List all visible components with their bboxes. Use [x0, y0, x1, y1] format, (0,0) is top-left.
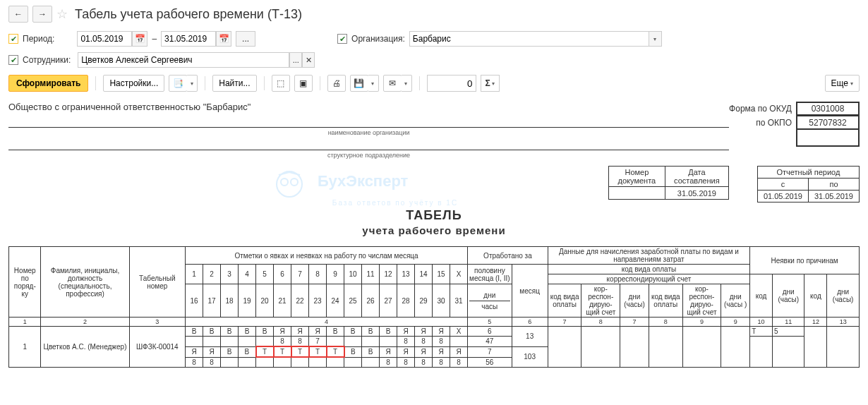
org-caption: наименование организации: [8, 129, 729, 136]
org-label: Организация:: [351, 34, 405, 44]
email-icon[interactable]: ✉: [383, 75, 402, 92]
forward-button[interactable]: →: [32, 6, 52, 23]
doc-number-table: Номер документаДата составления 31.05.20…: [608, 166, 729, 200]
favorite-star-icon[interactable]: ☆: [56, 6, 68, 22]
separator: [95, 76, 96, 90]
expand-icon[interactable]: ⬚: [272, 75, 290, 92]
generate-button[interactable]: Сформировать: [8, 75, 88, 92]
separator: [320, 76, 320, 90]
org-input[interactable]: [409, 31, 649, 47]
emp-checkbox[interactable]: ✔: [8, 55, 18, 65]
timesheet-table: Номер по поряд-ку Фамилия, инициалы, дол…: [8, 246, 860, 368]
org-checkbox[interactable]: ✔: [337, 34, 347, 44]
print-icon[interactable]: 🖨: [327, 75, 346, 92]
okud-value: 0301008: [796, 102, 860, 116]
save-dropdown-icon[interactable]: ▾: [368, 75, 379, 92]
date-to-calendar-icon[interactable]: 📅: [216, 31, 231, 47]
back-button[interactable]: ←: [8, 6, 28, 23]
period-table: Отчетный период спо 01.05.201931.05.2019: [757, 166, 860, 202]
struct-caption: структурное подразделение: [8, 152, 729, 159]
sum-input[interactable]: [427, 75, 476, 92]
date-separator: –: [152, 34, 157, 44]
email-dropdown-icon[interactable]: ▾: [401, 75, 412, 92]
save-icon[interactable]: 💾: [350, 75, 368, 92]
report-title: ТАБЕЛЬ: [8, 208, 860, 223]
org-dropdown-icon[interactable]: ▾: [649, 31, 662, 47]
okpo-value: 52707832: [796, 116, 860, 130]
find-button[interactable]: Найти...: [212, 75, 256, 92]
emp-clear-button[interactable]: ✕: [302, 52, 315, 68]
variants-icon[interactable]: 📑: [169, 75, 187, 92]
org-name-text: Общество с ограниченной ответственностью…: [8, 102, 729, 114]
separator: [205, 76, 205, 90]
period-select-button[interactable]: ...: [236, 31, 255, 47]
okud-label: Форма по ОКУД: [729, 104, 796, 114]
separator: [264, 76, 265, 90]
page-title: Табель учета рабочего времени (Т-13): [75, 7, 302, 22]
emp-select-button[interactable]: ...: [289, 52, 302, 68]
report-subtitle: учета рабочего времени: [8, 224, 860, 236]
date-from-input[interactable]: [77, 31, 132, 47]
okpo-label: по ОКПО: [756, 118, 796, 128]
more-button[interactable]: Еще ▾: [825, 75, 860, 92]
emp-input[interactable]: [78, 52, 289, 68]
sigma-button[interactable]: Σ ▾: [481, 75, 500, 92]
period-checkbox[interactable]: ✔: [8, 34, 18, 44]
table-row: 1 Цветков А.С. (Менеджер) ШФЗК-00014 ВВВ…: [9, 327, 860, 337]
emp-label: Сотрудники:: [23, 55, 71, 65]
period-label: Период:: [23, 34, 54, 44]
date-from-calendar-icon[interactable]: 📅: [132, 31, 147, 47]
collapse-icon[interactable]: ▣: [294, 75, 313, 92]
date-to-input[interactable]: [161, 31, 216, 47]
variants-dropdown-icon[interactable]: ▾: [186, 75, 198, 92]
separator: [419, 76, 420, 90]
empty-code: [796, 130, 860, 147]
settings-button[interactable]: Настройки...: [103, 75, 164, 92]
